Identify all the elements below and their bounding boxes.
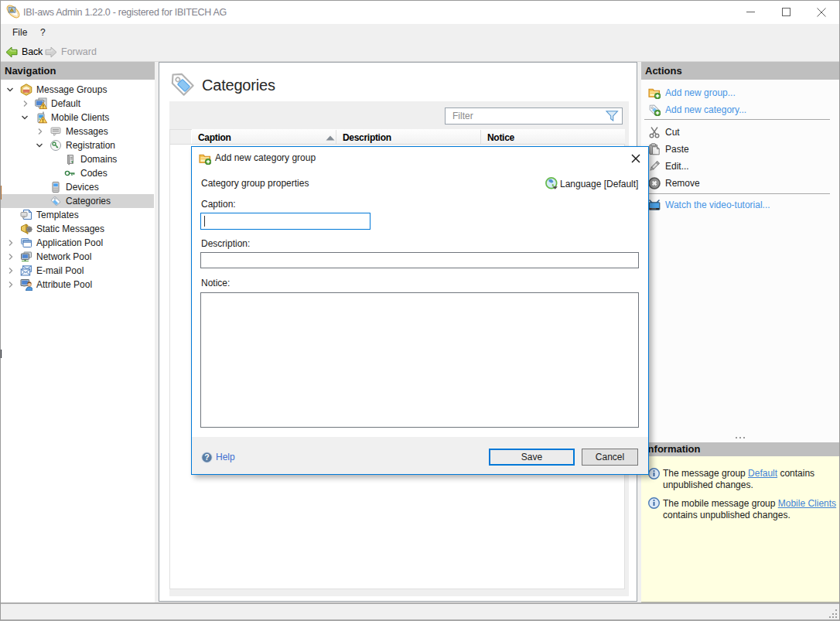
svg-text:?: ? [204,452,209,462]
